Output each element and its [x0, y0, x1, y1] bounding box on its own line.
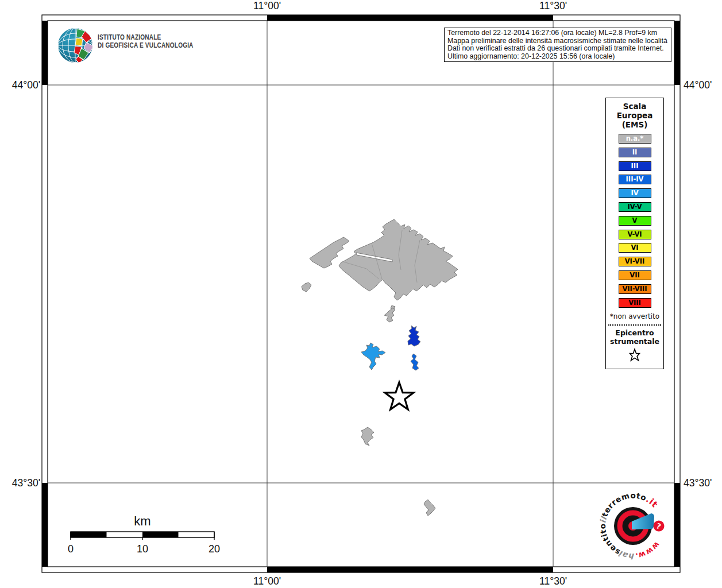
scale-bar-tick-20: 20 [209, 543, 220, 555]
legend-title-line1: Scala [606, 102, 663, 111]
lat-label-left-bottom: 43°30' [0, 477, 40, 489]
legend-swatch-vii: VII [619, 270, 651, 280]
legend-epicenter-line1: Epicentro [606, 328, 663, 337]
lat-label-right-top: 44°00' [684, 79, 712, 91]
legend-swatch-iii-iv: III-IV [619, 175, 651, 184]
lon-label-top-left: 11°00' [241, 0, 293, 11]
info-line-event: Terremoto del 22-12-2014 16:27:06 (ora l… [447, 29, 668, 37]
legend-divider [608, 324, 661, 326]
scale-bar-segments [71, 532, 214, 540]
lon-label-bottom-right: 11°30' [527, 575, 579, 587]
legend-epicenter-label: Epicentro strumentale [606, 328, 663, 346]
haisentitoilterremoto-logo: ? www.haisentitoilterremoto.it [586, 481, 678, 573]
scale-bar-tick-0: 0 [68, 543, 74, 555]
scale-bar-tick-10: 10 [137, 543, 148, 555]
info-line-questionnaires: Dati non verificati estratti da 26 quest… [447, 45, 668, 53]
scale-bar-unit: km [134, 514, 150, 528]
event-info-box: Terremoto del 22-12-2014 16:27:06 (ora l… [444, 28, 671, 62]
legend-epicenter-line2: strumentale [606, 337, 663, 346]
lat-label-left-top: 44°00' [0, 79, 40, 91]
legend-title-line3: (EMS) [606, 120, 663, 129]
lon-label-top-right: 11°30' [527, 0, 579, 11]
ingv-wordmark-line2: DI GEOFISICA E VULCANOLOGIA [98, 41, 194, 49]
intensity-legend: Scala Europea (EMS) n.a.* II III III-IV … [605, 98, 664, 369]
legend-swatch-ii: II [619, 148, 651, 157]
legend-title: Scala Europea (EMS) [606, 102, 663, 129]
map-page: 11°00' 11°30' 11°00' 11°30' 44°00' 43°30… [0, 0, 722, 588]
scale-bar: km 0 10 20 [63, 510, 224, 559]
ingv-wordmark-line1: ISTITUTO NAZIONALE [98, 33, 194, 41]
ingv-globe-logo [56, 26, 94, 64]
legend-swatch-iv: IV [619, 188, 651, 198]
legend-swatch-iv-v: IV-V [619, 202, 651, 212]
lat-label-right-bottom: 43°30' [684, 477, 712, 489]
info-line-map-type: Mappa preliminare delle intensità macros… [447, 37, 668, 45]
legend-swatch-na: n.a.* [619, 134, 651, 144]
legend-epicenter-star-icon [627, 347, 642, 362]
legend-swatch-v: V [619, 216, 651, 226]
lon-label-bottom-left: 11°00' [241, 575, 293, 587]
info-line-updated: Ultimo aggiornamento: 20-12-2025 15:56 (… [447, 53, 668, 61]
legend-swatch-vi-vii: VI-VII [619, 257, 651, 266]
map-frame [42, 15, 680, 572]
legend-swatch-vi: VI [619, 243, 651, 253]
legend-swatch-v-vi: V-VI [619, 230, 651, 239]
legend-swatch-iii: III [619, 161, 651, 171]
legend-swatch-vii-viii: VII-VIII [619, 284, 651, 294]
legend-footnote: *non avvertito [606, 312, 663, 320]
ingv-wordmark: ISTITUTO NAZIONALE DI GEOFISICA E VULCAN… [98, 33, 194, 49]
legend-swatch-viii: VIII [619, 298, 651, 308]
legend-title-line2: Europea [606, 111, 663, 120]
